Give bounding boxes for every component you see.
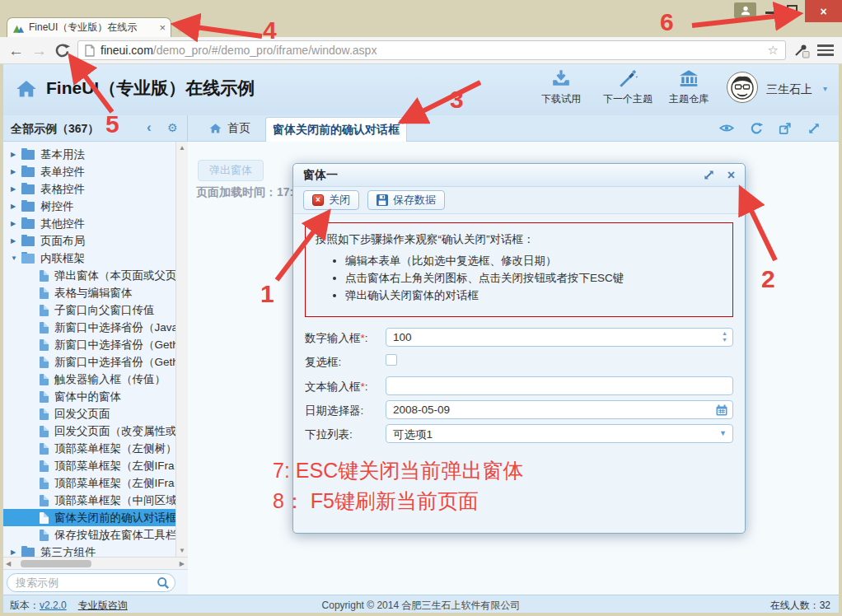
browser-tab[interactable]: FineUI（专业版）在线示 × (7, 17, 171, 37)
bookmark-star-icon[interactable]: ☆ (768, 43, 779, 58)
sidebar-collapse-icon[interactable]: ‹ (147, 119, 152, 136)
form-row-date: 日期选择器: 2008-05-09 (305, 400, 733, 419)
text-input-field[interactable] (393, 380, 711, 392)
tree-item[interactable]: 顶部菜单框架（中间区域 (3, 492, 175, 509)
save-data-button[interactable]: 保存数据 (367, 190, 445, 210)
reload-button[interactable] (54, 43, 70, 58)
checkbox[interactable] (386, 354, 397, 366)
tab-home-label: 首页 (227, 121, 250, 136)
new-tab-button[interactable] (178, 21, 199, 32)
search-row (3, 569, 188, 595)
download-trial-label: 下载试用 (523, 92, 599, 106)
caret-down-icon[interactable]: ▼ (11, 254, 21, 262)
tree-item-selected[interactable]: 窗体关闭前的确认对话框 (3, 509, 175, 526)
spin-down-icon[interactable]: ▼ (722, 337, 727, 343)
home-tab-icon (209, 123, 222, 134)
caret-right-icon[interactable]: ▶ (11, 151, 21, 158)
scroll-right-icon[interactable]: ▶ (180, 560, 185, 567)
tab-home[interactable]: 首页 (198, 115, 262, 142)
dialog-maximize-icon[interactable] (704, 170, 714, 180)
dropdown-select[interactable]: 可选项1 ▼ (386, 424, 733, 443)
tree-item[interactable]: 新窗口中选择省份（Geth (3, 336, 175, 353)
address-bar[interactable]: fineui.com/demo_pro/#/demo_pro/iframe/wi… (77, 40, 786, 60)
tree-horizontal-scrollbar[interactable]: ◀ ▶ (3, 557, 188, 569)
back-button[interactable]: ← (8, 43, 24, 58)
eye-icon[interactable] (719, 122, 734, 135)
close-button[interactable]: × 关闭 (303, 190, 359, 210)
calendar-icon[interactable] (716, 404, 727, 416)
text-input[interactable] (386, 376, 733, 395)
tree-item[interactable]: ▶基本用法 (3, 146, 175, 163)
date-picker[interactable]: 2008-05-09 (386, 400, 733, 419)
user-menu-caret-icon[interactable]: ▾ (823, 84, 827, 93)
spin-up-icon[interactable]: ▲ (722, 330, 727, 337)
dialog-close-icon[interactable]: × (727, 169, 735, 182)
eyedropper-extension-icon[interactable] (793, 42, 810, 58)
tree-item[interactable]: 回发父页面 (3, 405, 175, 422)
tree-item[interactable]: 顶部菜单框架（左侧IFra (3, 474, 175, 492)
tree-item[interactable]: 顶部菜单框架（左侧树） (3, 440, 175, 457)
theme-store-button[interactable]: 主题仓库 (651, 69, 727, 106)
tree-item[interactable]: ▼内联框架 (3, 250, 175, 267)
dropdown-caret-icon[interactable]: ▼ (719, 430, 727, 437)
tree-item[interactable]: ▶页面布局 (3, 232, 175, 250)
tree-item[interactable]: 回发父页面（改变属性或 (3, 422, 175, 440)
person-icon (740, 5, 751, 16)
avatar[interactable] (727, 72, 758, 103)
tree-item[interactable]: ▶树控件 (3, 198, 175, 215)
scrollbar-thumb[interactable] (21, 560, 91, 567)
red-x-icon: × (312, 194, 324, 206)
refresh-icon[interactable] (750, 122, 763, 135)
tree-item[interactable]: 保存按钮放在窗体工具栏 (3, 526, 175, 544)
caret-right-icon[interactable]: ▶ (11, 220, 21, 227)
tree-item[interactable]: 顶部菜单框架（左侧IFra (3, 457, 175, 474)
window-maximize-button[interactable] (787, 5, 798, 14)
scroll-down-icon[interactable]: ▼ (176, 547, 188, 554)
browser-toolbar: ← → fineui.com/demo_pro/#/demo_pro/ifram… (0, 37, 842, 64)
scroll-left-icon[interactable]: ◀ (6, 560, 11, 567)
tree-item[interactable]: 子窗口向父窗口传值 (3, 301, 175, 319)
tree-item[interactable]: ▶表单控件 (3, 163, 175, 180)
caret-right-icon[interactable]: ▶ (11, 548, 21, 556)
tree-vertical-scrollbar[interactable]: ▲ ▼ (175, 142, 188, 557)
caret-right-icon[interactable]: ▶ (11, 185, 21, 193)
forward-button[interactable]: → (31, 43, 47, 58)
tree-item[interactable]: 弹出窗体（本页面或父页 (3, 267, 175, 284)
profile-button[interactable] (734, 2, 756, 18)
number-spinner[interactable]: ▲▼ (722, 330, 727, 343)
caret-right-icon[interactable]: ▶ (11, 168, 21, 175)
tree-item[interactable]: 新窗口中选择省份（Geth (3, 353, 175, 371)
window-minimize-button[interactable] (765, 12, 776, 14)
dialog-titlebar[interactable]: 窗体一 × (293, 164, 745, 187)
tree-item[interactable]: 窗体中的窗体 (3, 388, 175, 405)
search-input[interactable] (7, 573, 175, 592)
number-input[interactable]: 100 ▲▼ (386, 328, 733, 347)
tab-close-icon[interactable]: × (399, 118, 404, 127)
scroll-up-icon[interactable]: ▲ (176, 144, 188, 152)
open-in-new-window-icon[interactable] (779, 122, 792, 135)
browser-window: FineUI（专业版）在线示 × × ← → fineui.com/demo_p… (0, 0, 842, 616)
form-row-text: 文本输入框*: (305, 376, 733, 395)
window-close-button[interactable]: × (805, 0, 842, 22)
browser-menu-icon[interactable] (817, 44, 834, 56)
tree-item[interactable]: 新窗口中选择省份（Java (3, 319, 175, 336)
download-trial-button[interactable]: 下载试用 (523, 69, 599, 106)
notice-box: 按照如下步骤操作来观察“确认关闭”对话框： 编辑本表单（比如选中复选框、修改日期… (305, 222, 733, 317)
select-field-label: 下拉列表 (305, 428, 349, 441)
tree-item[interactable]: 触发器输入框（传值） (3, 371, 175, 388)
browser-tab-close-icon[interactable]: × (159, 22, 166, 33)
caret-right-icon[interactable]: ▶ (11, 237, 21, 245)
folder-icon (21, 150, 35, 160)
tree-item[interactable]: ▶其他控件 (3, 215, 175, 232)
dialog-window: 窗体一 × × 关闭 (292, 163, 746, 534)
tab-active[interactable]: 窗体关闭前的确认对话框 × (265, 117, 407, 142)
home-icon[interactable] (16, 79, 37, 99)
search-icon[interactable] (157, 576, 170, 590)
username[interactable]: 三生石上 (766, 82, 812, 97)
gear-icon[interactable]: ⚙ (167, 121, 178, 134)
popup-window-button[interactable]: 弹出窗体 (198, 160, 264, 181)
tree-item[interactable]: ▶表格控件 (3, 180, 175, 198)
expand-icon[interactable] (807, 122, 821, 135)
caret-right-icon[interactable]: ▶ (11, 203, 21, 210)
tree-item[interactable]: 表格与编辑窗体 (3, 284, 175, 301)
